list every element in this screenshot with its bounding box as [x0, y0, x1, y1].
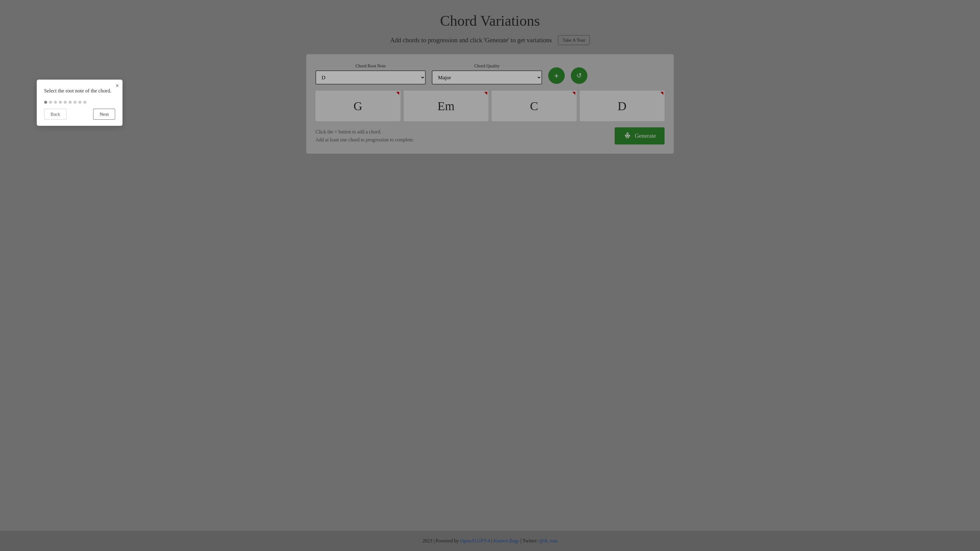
tooltip-buttons: Back Next — [44, 109, 115, 120]
dot-5 — [64, 101, 67, 104]
tooltip-text: Select the root note of the chord. — [44, 87, 115, 95]
tour-overlay: × Select the root note of the chord. Bac… — [0, 0, 980, 551]
dot-4 — [59, 101, 62, 104]
next-button[interactable]: Next — [93, 109, 115, 120]
back-button[interactable]: Back — [44, 109, 67, 120]
dot-7 — [73, 101, 76, 104]
dot-8 — [78, 101, 81, 104]
tooltip-dots — [44, 101, 115, 104]
dot-9 — [83, 101, 86, 104]
dot-3 — [54, 101, 57, 104]
dot-1 — [44, 101, 47, 104]
dot-6 — [68, 101, 72, 104]
dot-2 — [49, 101, 52, 104]
tooltip-box: × Select the root note of the chord. Bac… — [37, 79, 123, 126]
tooltip-close-button[interactable]: × — [116, 83, 119, 89]
